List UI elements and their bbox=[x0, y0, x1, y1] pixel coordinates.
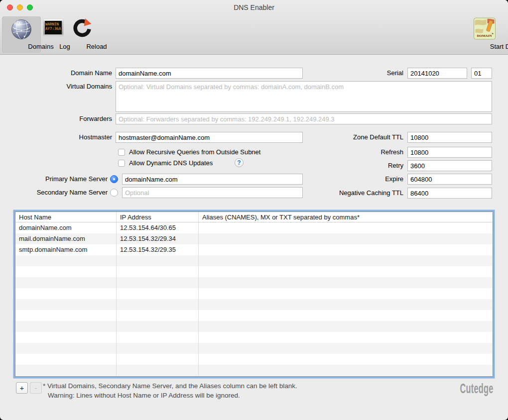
table-cell bbox=[117, 354, 199, 365]
table-cell bbox=[117, 321, 199, 332]
table-cell bbox=[117, 266, 199, 277]
title-bar: DNS Enabler bbox=[0, 0, 508, 15]
negative-caching-ttl-input[interactable] bbox=[407, 188, 492, 199]
table-cell bbox=[199, 343, 493, 354]
table-cell bbox=[199, 354, 493, 365]
host-table[interactable]: Host Name IP Address Aliases (CNAMES), M… bbox=[15, 211, 493, 377]
window-title: DNS Enabler bbox=[0, 3, 508, 11]
toolbar-item-start-dns[interactable]: DOMAIN Start DNS bbox=[465, 16, 505, 53]
table-cell bbox=[199, 244, 493, 255]
table-row[interactable] bbox=[15, 343, 493, 354]
table-cell bbox=[117, 277, 199, 288]
allow-dynamic-checkbox[interactable] bbox=[118, 160, 125, 167]
table-cell: 12.53.154.64/30.65 bbox=[117, 222, 199, 233]
table-cell bbox=[199, 255, 493, 266]
toolbar-item-domains[interactable]: Domains bbox=[2, 16, 41, 53]
globe-icon bbox=[10, 18, 32, 42]
table-cell bbox=[117, 343, 199, 354]
table-cell: 12.53.154.32/29.35 bbox=[117, 244, 199, 255]
table-header-row: Host Name IP Address Aliases (CNAMES), M… bbox=[15, 212, 493, 222]
table-row[interactable] bbox=[15, 354, 493, 365]
table-row[interactable] bbox=[15, 299, 493, 310]
table-cell bbox=[15, 255, 117, 266]
retry-input[interactable] bbox=[407, 160, 492, 171]
table-row[interactable] bbox=[15, 321, 493, 332]
table-cell bbox=[199, 266, 493, 277]
add-row-button[interactable]: + bbox=[16, 382, 28, 394]
table-cell bbox=[15, 277, 117, 288]
forwarders-input[interactable] bbox=[116, 113, 492, 124]
table-cell bbox=[117, 310, 199, 321]
footnote: * Virtual Domains, Secondary Name Server… bbox=[43, 381, 297, 400]
hostmaster-label: Hostmaster bbox=[10, 132, 112, 143]
toolbar-item-log[interactable]: WARNINAY7:36A Log bbox=[42, 16, 65, 53]
table-cell bbox=[15, 343, 117, 354]
table-cell bbox=[199, 332, 493, 343]
remove-row-button[interactable]: - bbox=[30, 382, 42, 394]
table-cell bbox=[15, 288, 117, 299]
table-row[interactable] bbox=[15, 288, 493, 299]
table-row[interactable] bbox=[15, 332, 493, 343]
table-cell bbox=[199, 277, 493, 288]
expire-input[interactable] bbox=[407, 174, 492, 185]
table-cell bbox=[15, 365, 117, 376]
table-row[interactable]: mail.domainName.com12.53.154.32/29.34 bbox=[15, 233, 493, 244]
table-cell: domainName.com bbox=[15, 222, 117, 233]
negative-caching-ttl-label: Negative Caching TTL bbox=[304, 188, 403, 199]
footnote-line1: * Virtual Domains, Secondary Name Server… bbox=[43, 381, 297, 391]
allow-recursive-checkbox[interactable] bbox=[118, 149, 125, 156]
table-cell bbox=[15, 299, 117, 310]
table-cell bbox=[15, 354, 117, 365]
secondary-ns-input[interactable] bbox=[122, 187, 303, 198]
footnote-line2: Warning: Lines without Host Name or IP A… bbox=[43, 391, 297, 400]
column-header-host-name[interactable]: Host Name bbox=[15, 212, 117, 222]
table-row[interactable] bbox=[15, 266, 493, 277]
reload-icon bbox=[72, 18, 93, 41]
table-row[interactable] bbox=[15, 255, 493, 266]
table-cell bbox=[199, 321, 493, 332]
zone-default-ttl-input[interactable] bbox=[407, 132, 492, 143]
table-cell: smtp.domainName.com bbox=[15, 244, 117, 255]
zone-default-ttl-label: Zone Default TTL bbox=[304, 132, 403, 143]
toolbar-label-reload: Reload bbox=[82, 43, 111, 50]
refresh-label: Refresh bbox=[304, 147, 403, 158]
table-cell bbox=[117, 255, 199, 266]
table-cell bbox=[199, 288, 493, 299]
table-cell: 12.53.154.32/29.34 bbox=[117, 233, 199, 244]
svg-text:DOMAIN: DOMAIN bbox=[477, 34, 492, 38]
virtual-domains-textarea[interactable] bbox=[116, 81, 492, 112]
refresh-input[interactable] bbox=[407, 147, 492, 158]
table-cell bbox=[199, 222, 493, 233]
allow-recursive-label: Allow Recursive Queries from Outside Sub… bbox=[129, 148, 260, 156]
secondary-ns-label: Secondary Name Server bbox=[10, 187, 108, 198]
table-cell bbox=[15, 321, 117, 332]
serial-suffix-input[interactable] bbox=[471, 68, 492, 79]
domain-name-label: Domain Name bbox=[10, 68, 112, 79]
primary-ns-input[interactable] bbox=[122, 174, 303, 185]
table-cell bbox=[199, 310, 493, 321]
table-row[interactable] bbox=[15, 277, 493, 288]
table-cell bbox=[15, 332, 117, 343]
table-row[interactable]: domainName.com12.53.154.64/30.65 bbox=[15, 222, 493, 233]
hostmaster-input[interactable] bbox=[116, 132, 303, 143]
log-lcd-icon: WARNINAY7:36A bbox=[43, 19, 63, 36]
serial-label: Serial bbox=[304, 68, 403, 79]
start-dns-map-icon: DOMAIN bbox=[474, 17, 496, 42]
serial-input[interactable] bbox=[407, 68, 467, 79]
help-button[interactable]: ? bbox=[235, 158, 244, 167]
secondary-ns-radio[interactable] bbox=[110, 189, 118, 197]
table-row[interactable]: smtp.domainName.com12.53.154.32/29.35 bbox=[15, 244, 493, 255]
column-header-aliases[interactable]: Aliases (CNAMES), MX or TXT separated by… bbox=[199, 212, 493, 222]
column-header-ip-address[interactable]: IP Address bbox=[117, 212, 199, 222]
primary-ns-radio[interactable] bbox=[110, 175, 118, 183]
toolbar-item-reload[interactable]: Reload bbox=[68, 16, 97, 53]
allow-dynamic-label: Allow Dynamic DNS Updates bbox=[129, 159, 213, 167]
table-cell bbox=[117, 365, 199, 376]
expire-label: Expire bbox=[304, 174, 403, 185]
primary-ns-label: Primary Name Server bbox=[10, 174, 108, 185]
table-row[interactable] bbox=[15, 365, 493, 376]
table-row[interactable] bbox=[15, 310, 493, 321]
table-cell bbox=[199, 233, 493, 244]
table-cell: mail.domainName.com bbox=[15, 233, 117, 244]
domain-name-input[interactable] bbox=[116, 68, 303, 79]
